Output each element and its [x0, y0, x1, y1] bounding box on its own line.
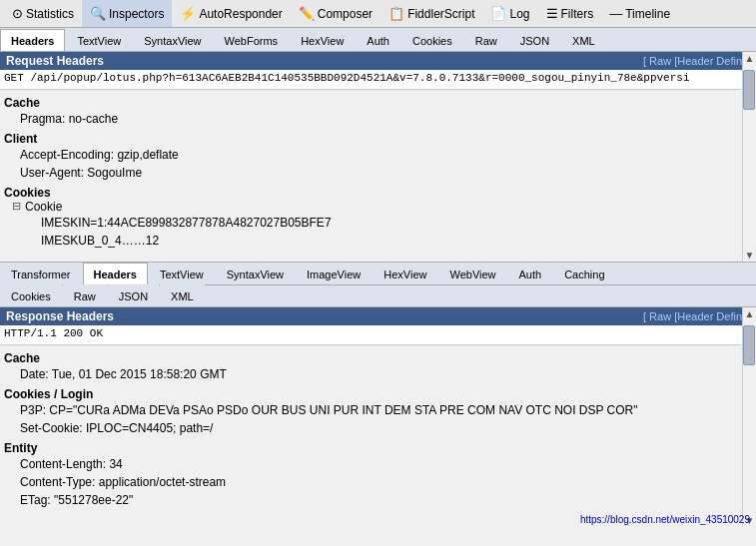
toolbar-fiddlerscript[interactable]: 📋 FiddlerScript — [380, 0, 482, 27]
request-header-links[interactable]: [ Raw [Header Definiti — [643, 55, 750, 67]
cookie-expand-icon[interactable]: ⊟ — [12, 200, 21, 213]
tab-resp-json[interactable]: JSON — [108, 284, 159, 306]
request-panel: Request Headers [ Raw [Header Definiti G… — [0, 52, 756, 262]
cookie-subcategory: ⊟ Cookie IMESKIN=1:44ACE899832877878A482… — [4, 200, 750, 250]
top-toolbar: ⊙ Statistics 🔍 Inspectors ⚡ AutoResponde… — [0, 0, 756, 28]
cookie-imeskub: IMESKUB_0_4……12 — [25, 232, 332, 250]
response-tab-bar-bottom: Cookies Raw JSON XML — [0, 285, 756, 307]
request-scroll-down[interactable]: ▼ — [743, 249, 756, 262]
response-scroll-up[interactable]: ▲ — [743, 307, 756, 320]
resp-header-etag: ETag: "551278ee-22" — [4, 491, 750, 509]
tab-resp-cookies[interactable]: Cookies — [0, 284, 62, 306]
response-tab-bar-top: Transformer Headers TextView SyntaxView … — [0, 262, 756, 285]
request-scrollbar[interactable]: ▲ ▼ — [742, 52, 756, 262]
resp-header-content-type: Content-Type: application/octet-stream — [4, 473, 750, 491]
timeline-icon: — — [609, 6, 622, 21]
request-section-header: Request Headers [ Raw [Header Definiti — [0, 52, 756, 70]
toolbar-timeline[interactable]: — Timeline — [601, 0, 678, 27]
filters-icon: ☰ — [546, 6, 558, 21]
tab-cookies[interactable]: Cookies — [401, 29, 463, 51]
tab-resp-xml[interactable]: XML — [160, 284, 205, 306]
tab-webforms[interactable]: WebForms — [214, 29, 290, 51]
autoresponder-icon: ⚡ — [180, 6, 196, 21]
tab-resp-headers[interactable]: Headers — [83, 263, 148, 284]
category-cache: Cache — [4, 96, 750, 110]
resp-category-cache: Cache — [4, 351, 750, 365]
response-scroll-thumb[interactable] — [743, 325, 755, 365]
tab-resp-syntaxview[interactable]: SyntaxView — [216, 263, 295, 284]
inspectors-icon: 🔍 — [90, 6, 106, 21]
resp-category-entity: Entity — [4, 441, 750, 455]
request-scroll-up[interactable]: ▲ — [743, 52, 756, 65]
response-panel: Response Headers [ Raw [Header Definiti … — [0, 307, 756, 527]
toolbar-inspectors[interactable]: 🔍 Inspectors — [82, 0, 172, 27]
composer-icon: ✏️ — [299, 6, 315, 21]
header-user-agent: User-Agent: SogouIme — [4, 164, 750, 182]
statistics-icon: ⊙ — [12, 6, 23, 21]
request-section-title: Request Headers — [6, 54, 104, 68]
tab-xml[interactable]: XML — [561, 29, 606, 51]
toolbar-filters[interactable]: ☰ Filters — [538, 0, 602, 27]
tab-json[interactable]: JSON — [509, 29, 560, 51]
toolbar-autoresponder[interactable]: ⚡ AutoResponder — [172, 0, 290, 27]
tab-resp-raw[interactable]: Raw — [63, 284, 107, 306]
tab-transformer[interactable]: Transformer — [0, 263, 82, 284]
request-url-bar: GET /api/popup/lotus.php?h=613AC6AEB2B41… — [0, 70, 756, 90]
tab-auth[interactable]: Auth — [356, 29, 400, 51]
tab-caching[interactable]: Caching — [553, 263, 615, 284]
tab-textview[interactable]: TextView — [66, 29, 132, 51]
response-section-header: Response Headers [ Raw [Header Definiti — [0, 307, 756, 325]
tab-resp-textview[interactable]: TextView — [149, 263, 215, 284]
response-scrollbar[interactable]: ▲ ▼ — [742, 307, 756, 527]
resp-header-date: Date: Tue, 01 Dec 2015 18:58:20 GMT — [4, 365, 750, 383]
cookie-imeskin: IMESKIN=1:44ACE899832877878A4827027B05BF… — [25, 214, 332, 232]
cookie-label: Cookie — [25, 200, 62, 214]
resp-category-cookies-login: Cookies / Login — [4, 387, 750, 401]
resp-header-p3p: P3P: CP="CURa ADMa DEVa PSAo PSDo OUR BU… — [4, 401, 750, 419]
tab-imageview[interactable]: ImageView — [296, 263, 372, 284]
resp-header-content-length: Content-Length: 34 — [4, 455, 750, 473]
tab-resp-hexview[interactable]: HexView — [373, 263, 437, 284]
log-icon: 📄 — [490, 6, 506, 21]
tab-syntaxview[interactable]: SyntaxView — [133, 29, 212, 51]
request-tab-bar: Headers TextView SyntaxView WebForms Hex… — [0, 28, 756, 52]
category-client: Client — [4, 132, 750, 146]
tab-webview[interactable]: WebView — [438, 263, 506, 284]
toolbar-log[interactable]: 📄 Log — [482, 0, 537, 27]
tab-hexview[interactable]: HexView — [290, 29, 355, 51]
resp-header-set-cookie: Set-Cookie: IPLOC=CN4405; path=/ — [4, 419, 750, 437]
fiddlerscript-icon: 📋 — [388, 6, 404, 21]
response-section-title: Response Headers — [6, 309, 114, 323]
request-content[interactable]: Cache Pragma: no-cache Client Accept-Enc… — [0, 90, 756, 256]
tab-resp-auth[interactable]: Auth — [508, 263, 553, 284]
bottom-status-link[interactable]: https://blog.csdn.net/weixin_43510029 — [574, 512, 756, 527]
toolbar-statistics[interactable]: ⊙ Statistics — [4, 0, 82, 27]
tab-headers[interactable]: Headers — [0, 29, 65, 51]
response-header-links[interactable]: [ Raw [Header Definiti — [643, 310, 750, 322]
toolbar-composer[interactable]: ✏️ Composer — [291, 0, 380, 27]
request-scroll-thumb[interactable] — [743, 70, 755, 110]
response-content[interactable]: Cache Date: Tue, 01 Dec 2015 18:58:20 GM… — [0, 345, 756, 521]
header-pragma: Pragma: no-cache — [4, 110, 750, 128]
category-cookies: Cookies — [4, 186, 750, 200]
response-status-line: HTTP/1.1 200 OK — [0, 325, 756, 345]
header-accept-encoding: Accept-Encoding: gzip,deflate — [4, 146, 750, 164]
tab-raw[interactable]: Raw — [464, 29, 508, 51]
